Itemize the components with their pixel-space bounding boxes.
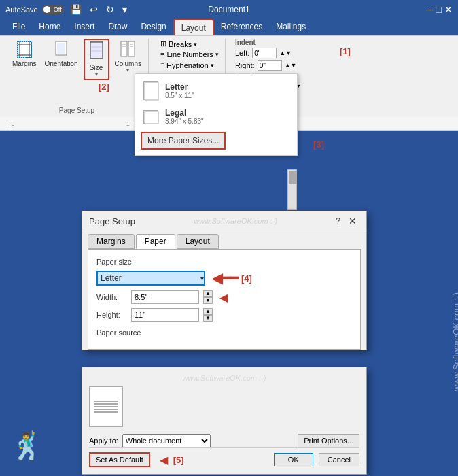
dialog-tab-margins[interactable]: Margins (88, 234, 135, 249)
indent-right-input[interactable] (258, 60, 282, 71)
orientation-button[interactable]: Orientation (42, 39, 81, 69)
paper-source-section: Paper source (96, 328, 352, 337)
maximize-icon[interactable]: □ (436, 4, 442, 15)
minimize-icon[interactable]: ─ (427, 4, 434, 15)
redo-icon[interactable]: ↻ (104, 3, 116, 16)
tab-insert[interactable]: Insert (67, 19, 101, 35)
preview-line-3 (94, 406, 118, 407)
letter-info: Letter 8.5" x 11" (165, 82, 194, 99)
dialog-tab-layout[interactable]: Layout (177, 234, 219, 249)
dialog-title: Page Setup (89, 216, 135, 226)
width-spinner[interactable]: ▲ ▼ (203, 290, 213, 304)
dropdown-scrollbar[interactable] (287, 169, 297, 210)
dialog-watermark: www.SoftwareOK.com :-) (135, 217, 336, 225)
columns-label: Columns (115, 60, 141, 67)
more-paper-sizes-button[interactable]: More Paper Sizes... (141, 132, 226, 150)
tab-mailings[interactable]: Mailings (269, 19, 313, 35)
indent-right-spinner[interactable]: ▲▼ (285, 62, 297, 69)
title-bar-left: AutoSave Off 💾 ↩ ↻ ▾ (5, 3, 129, 16)
tab-home[interactable]: Home (32, 19, 67, 35)
columns-button[interactable]: Columns ▾ (112, 39, 144, 75)
preview-line-1 (94, 401, 118, 402)
annotation-2: [2] (99, 82, 109, 92)
arrow-right-to-left-4: ◀━━ (212, 270, 239, 286)
customize-icon[interactable]: ▾ (120, 3, 129, 16)
cancel-button[interactable]: Cancel (319, 453, 359, 466)
margins-label: Margins (12, 60, 37, 67)
window-controls: ─ □ ✕ (427, 4, 453, 15)
paper-size-select[interactable]: Letter Legal A4 (96, 271, 205, 286)
hyphenation-arrow: ▾ (211, 62, 214, 69)
dialog-close-button[interactable]: ✕ (346, 216, 359, 226)
indent-left-spinner[interactable]: ▲▼ (279, 50, 292, 56)
autosave-off-text: Off (54, 6, 62, 13)
svg-rect-18 (145, 82, 158, 100)
width-spin-up[interactable]: ▲ (203, 290, 213, 297)
tab-references[interactable]: References (214, 19, 269, 35)
apply-to-row: Apply to: Whole document This point forw… (89, 434, 359, 447)
annotation-5-arrow: ◀ (160, 454, 168, 466)
line-numbers-button[interactable]: ≡ Line Numbers ▾ (158, 50, 221, 59)
tab-draw[interactable]: Draw (101, 19, 134, 35)
height-spinner[interactable]: ▲ ▼ (203, 308, 213, 322)
ribbon-area: AutoSave Off 💾 ↩ ↻ ▾ Document1 ─ □ ✕ Fil… (0, 0, 458, 131)
svg-rect-7 (57, 43, 65, 54)
paper-size-dropdown-wrapper: Letter Legal A4 ▾ (96, 271, 205, 286)
save-quick-icon[interactable]: 💾 (68, 3, 84, 16)
dialog-controls: ? ✕ (336, 216, 359, 226)
page-setup-buttons: Margins Orientation (10, 39, 144, 104)
more-paper-sizes-label: More Paper Sizes... (147, 136, 219, 146)
scroll-thumb (289, 171, 297, 184)
autosave-label: AutoSave (5, 5, 38, 14)
legal-paper-icon (143, 110, 158, 124)
dialog-tab-paper[interactable]: Paper (136, 234, 175, 249)
ok-button[interactable]: OK (274, 453, 313, 466)
margins-button[interactable]: Margins (10, 39, 39, 69)
height-input[interactable] (131, 308, 199, 322)
tab-file[interactable]: File (5, 19, 32, 35)
annotation-4: [4] (241, 273, 252, 284)
breaks-button[interactable]: ⊞ Breaks ▾ (158, 39, 199, 49)
print-options-button[interactable]: Print Options... (298, 434, 359, 447)
annotation-1: [1] (340, 46, 351, 56)
dropdown-item-letter[interactable]: Letter 8.5" x 11" (135, 77, 297, 104)
breaks-icon: ⊞ (160, 39, 166, 48)
svg-rect-12 (121, 41, 127, 56)
set-as-default-button[interactable]: Set As Default (89, 452, 150, 467)
annotation-4-area: ◀━━ [4] (212, 270, 252, 286)
height-spin-up[interactable]: ▲ (203, 308, 213, 315)
dropdown-item-legal[interactable]: Legal 3.94" x 5.83" (135, 104, 297, 129)
apply-to-select[interactable]: Whole document This point forward (122, 434, 211, 447)
height-row: Height: ▲ ▼ (96, 308, 352, 322)
page-setup-dialog-bottom: www.SoftwareOK.com :-) Apply to: Whole d… (82, 367, 367, 475)
page-bg-buttons: ⊞ Breaks ▾ ≡ Line Numbers ▾ ⁻ Hyphenatio… (158, 39, 221, 70)
indent-left-input[interactable] (252, 48, 277, 58)
width-spin-down[interactable]: ▼ (203, 297, 213, 304)
dialog-body: Paper size: Letter Legal A4 ▾ ◀━━ [4] Wi… (88, 249, 361, 350)
tab-layout[interactable]: Layout (173, 19, 214, 35)
undo-icon[interactable]: ↩ (88, 3, 100, 16)
dialog-help-button[interactable]: ? (336, 216, 340, 226)
right-watermark: www.SoftwareOK.com :-) (451, 292, 458, 391)
preview-line-5 (94, 411, 118, 413)
size-dropdown-menu: Letter 8.5" x 11" Legal 3.94" x 5.83" Mo… (135, 73, 298, 156)
preview-area (89, 386, 359, 427)
width-input[interactable] (131, 290, 199, 304)
size-button[interactable]: Size ▾ (84, 39, 109, 80)
svg-rect-9 (90, 42, 103, 58)
autosave-toggle[interactable]: Off (42, 5, 64, 14)
line-numbers-icon: ≡ (160, 50, 164, 58)
line-numbers-arrow: ▾ (215, 51, 219, 58)
close-icon[interactable]: ✕ (444, 4, 453, 15)
breaks-arrow: ▾ (194, 41, 197, 48)
paper-size-row: Letter Legal A4 ▾ ◀━━ [4] (96, 270, 352, 286)
hyphenation-button[interactable]: ⁻ Hyphenation ▾ (158, 60, 216, 70)
paper-source-label: Paper source (96, 328, 352, 337)
dialog-bottom-watermark: www.SoftwareOK.com :-) (89, 374, 359, 382)
size-dropdown-arrow: ▾ (95, 71, 98, 78)
height-spin-down[interactable]: ▼ (203, 315, 213, 322)
apply-to-label: Apply to: (89, 437, 118, 445)
orientation-label: Orientation (45, 60, 78, 67)
tab-design[interactable]: Design (134, 19, 173, 35)
dialog-title-bar: Page Setup www.SoftwareOK.com :-) ? ✕ (82, 211, 366, 231)
